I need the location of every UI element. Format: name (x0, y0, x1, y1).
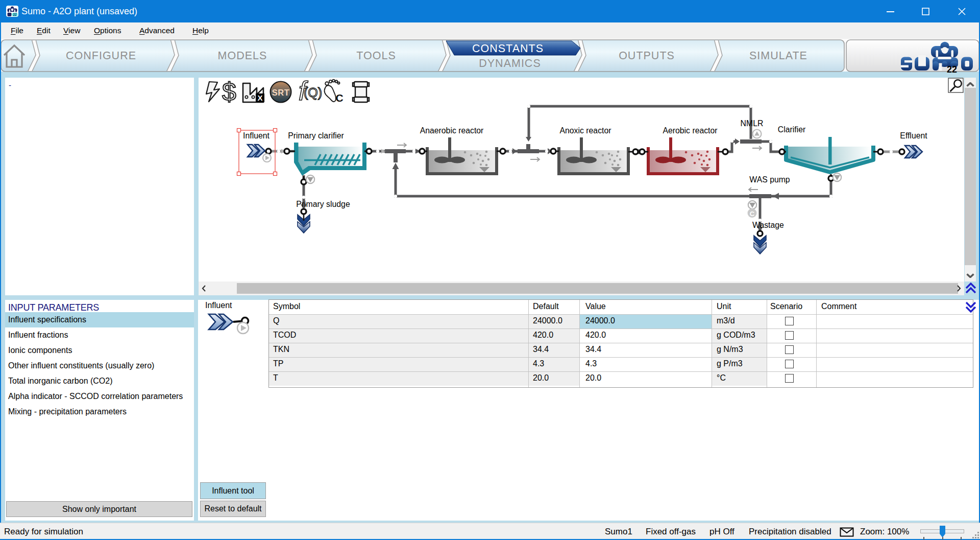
svg-text:Anaerobic reactor: Anaerobic reactor (420, 126, 484, 135)
svg-text:C: C (750, 210, 755, 218)
svg-text:CONSTANTS: CONSTANTS (472, 42, 544, 55)
svg-text:SIMULATE: SIMULATE (749, 50, 807, 62)
svg-text:C: C (335, 92, 343, 104)
svg-text:MODELS: MODELS (218, 50, 267, 62)
svg-text:22: 22 (13, 13, 17, 16)
svg-text:SRT: SRT (272, 88, 290, 97)
svg-text:DYNAMICS: DYNAMICS (479, 57, 541, 69)
svg-text:TOOLS: TOOLS (356, 50, 396, 62)
svg-text:X: X (257, 93, 262, 102)
svg-text:22: 22 (947, 64, 957, 75)
svg-text:Anoxic reactor: Anoxic reactor (560, 126, 611, 135)
svg-text:$: $ (222, 78, 236, 106)
svg-text:Clarifier: Clarifier (778, 125, 805, 134)
svg-text:NMLR: NMLR (741, 119, 764, 128)
svg-text:Primary sludge: Primary sludge (296, 200, 350, 208)
svg-text:Aerobic reactor: Aerobic reactor (663, 126, 717, 135)
svg-text:WAS pump: WAS pump (749, 175, 790, 184)
svg-text:(Q): (Q) (304, 85, 322, 100)
svg-text:Effluent: Effluent (900, 131, 927, 140)
svg-text:Wastage: Wastage (752, 221, 784, 229)
svg-text:Primary clarifier: Primary clarifier (288, 131, 344, 140)
svg-text:CONFIGURE: CONFIGURE (66, 50, 136, 62)
svg-text:Influent: Influent (243, 131, 270, 140)
svg-text:OUTPUTS: OUTPUTS (619, 50, 675, 62)
